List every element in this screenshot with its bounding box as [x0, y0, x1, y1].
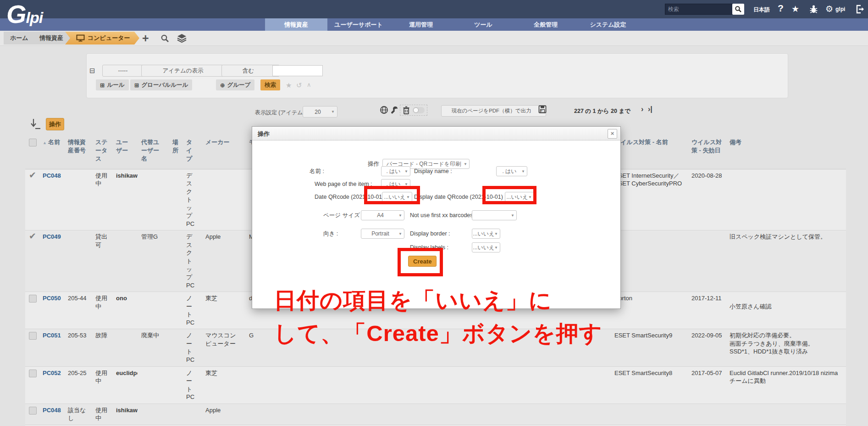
paper-size-select[interactable]: A4▼: [361, 210, 404, 220]
select-all-checkbox[interactable]: [29, 139, 37, 146]
page-size-select[interactable]: 20▼: [303, 106, 337, 118]
breadcrumb-current-label: コンピューター: [88, 32, 130, 45]
filter-operator-select[interactable]: 含む▼: [221, 65, 280, 77]
trash-icon[interactable]: [403, 106, 410, 114]
filter-item-select[interactable]: アイテムの表示▼: [141, 65, 229, 77]
column-header-av_name[interactable]: ウイルス対策 - 名前: [611, 135, 688, 169]
logout-icon[interactable]: [855, 4, 865, 14]
chevron-down-icon: ▼: [398, 232, 402, 236]
column-header-user[interactable]: ユーザー: [112, 135, 138, 169]
display-border-select[interactable]: ...いいえ▼: [472, 229, 500, 239]
cell-asset_no: 205-44: [64, 292, 92, 329]
name-select[interactable]: . はい▼: [381, 166, 410, 176]
computer-link[interactable]: PC048: [43, 172, 61, 179]
cell-asset_no: [64, 169, 92, 230]
fold-icon[interactable]: ∧: [307, 81, 311, 88]
column-header-av_expire[interactable]: ウイルス対策 - 失効日: [688, 135, 726, 169]
orientation-select[interactable]: Portrait▼: [361, 229, 404, 239]
computer-link[interactable]: PC049: [43, 233, 61, 240]
deleted-items-toggle[interactable]: [413, 107, 425, 113]
tab-5[interactable]: 全般管理: [514, 18, 577, 31]
computer-link[interactable]: PC050: [43, 295, 61, 302]
row-checkbox[interactable]: [29, 295, 37, 303]
row-selected-check[interactable]: ✔: [29, 170, 36, 180]
not-use-barcodes-select[interactable]: ▼: [472, 210, 517, 220]
add-item-icon[interactable]: +: [142, 32, 149, 45]
tab-1[interactable]: 情報資産: [265, 18, 327, 31]
search-button[interactable]: 検索: [260, 79, 280, 90]
breadcrumb-computers[interactable]: コンピューター: [65, 32, 139, 45]
next-page-icon[interactable]: ›: [641, 105, 643, 113]
rule-button[interactable]: ⊞ルール: [96, 79, 129, 90]
breadcrumb-assets[interactable]: 情報資産: [28, 32, 72, 45]
group-button[interactable]: ⊕グループ: [216, 79, 254, 90]
gear-icon[interactable]: ⚙: [825, 4, 833, 14]
chevron-down-icon: ▼: [511, 213, 514, 218]
cell-maker: Apple: [202, 230, 245, 292]
language-selector[interactable]: 日本語: [753, 6, 770, 14]
column-header-name[interactable]: ▲名前: [39, 135, 64, 169]
pdf-export-select[interactable]: 現在のページをPDF（横）で出力▼: [441, 105, 546, 117]
cell-spacer: [381, 366, 611, 404]
display-labels-select[interactable]: ...いいえ▼: [472, 242, 500, 252]
row-checkbox[interactable]: [29, 407, 37, 415]
cell-user: euclidpc: [112, 366, 138, 404]
row-checkbox[interactable]: [29, 370, 37, 377]
collapse-icon[interactable]: ⊟: [89, 67, 95, 75]
cell-sel: ✔: [25, 230, 39, 292]
cell-location: [169, 404, 182, 425]
pagination-range: 227 の 1 から 20 まで: [574, 107, 630, 115]
wrench-icon[interactable]: [391, 106, 399, 114]
column-header-maker[interactable]: メーカー: [202, 135, 245, 169]
reset-icon[interactable]: ↺: [296, 81, 302, 90]
tab-4[interactable]: ツール: [452, 18, 514, 31]
massive-action-button[interactable]: 操作: [46, 118, 64, 130]
help-icon[interactable]: ?: [778, 3, 784, 14]
cell-memo: Euclid GitlabCI runner.2019/10/18 nizima…: [726, 366, 846, 404]
cell-maker: [202, 169, 245, 230]
bug-report-icon[interactable]: [809, 4, 818, 14]
tab-2[interactable]: ユーザーサポート: [327, 18, 390, 31]
favorite-icon[interactable]: ★: [286, 81, 292, 90]
glpi-logo[interactable]: Glpi: [6, 0, 43, 29]
globe-icon[interactable]: [380, 106, 388, 114]
layers-icon[interactable]: [177, 34, 187, 43]
filter-value-input[interactable]: [272, 65, 323, 76]
modal-header[interactable]: 操作 ×: [252, 127, 620, 140]
row-checkbox[interactable]: [29, 332, 37, 340]
computer-link[interactable]: PC052: [43, 370, 61, 376]
column-header-asset_no[interactable]: 情報資産番号: [64, 135, 92, 169]
orientation-label: 向き :: [323, 229, 338, 239]
close-icon[interactable]: ×: [608, 129, 617, 139]
display-name-select[interactable]: . はい▼: [496, 166, 527, 176]
save-icon[interactable]: [538, 105, 547, 113]
column-header-status[interactable]: ステータス: [92, 135, 112, 169]
cell-sel: ✔: [25, 169, 39, 230]
annotation-line2: して、「Create」ボタンを押す: [274, 317, 603, 350]
computer-link[interactable]: PC048: [43, 407, 61, 414]
glpi-page: 日本語 ? ★ ⚙ glpi Glpi 情報資産ユーザーサポート運用管理ツール全…: [0, 0, 868, 426]
computer-link[interactable]: PC051: [43, 332, 61, 339]
row-selected-check[interactable]: ✔: [29, 231, 36, 241]
bookmark-star-icon[interactable]: ★: [791, 4, 799, 14]
cell-spacer: [381, 404, 611, 425]
column-header-alt_user[interactable]: 代替ユーザー名: [138, 135, 169, 169]
tab-6[interactable]: システム設定: [577, 18, 639, 31]
column-header-sel[interactable]: [25, 135, 39, 169]
chevron-down-icon: ▼: [464, 162, 467, 166]
user-menu[interactable]: glpi: [835, 6, 845, 12]
cell-maker: Apple: [202, 404, 245, 425]
global-search-button[interactable]: [732, 4, 744, 15]
tab-3[interactable]: 運用管理: [390, 18, 452, 31]
table-row: PC048該当なし使用中ishikawaApple: [25, 404, 846, 425]
global-rule-button[interactable]: ⊞グローバルルール: [130, 79, 192, 90]
search-icon[interactable]: [160, 34, 169, 43]
last-page-icon[interactable]: ›|: [648, 105, 652, 113]
cell-av_expire: [688, 404, 726, 425]
column-header-location[interactable]: 場所: [169, 135, 182, 169]
global-search-input[interactable]: [665, 4, 735, 15]
column-header-memo[interactable]: 備考: [726, 135, 846, 169]
chevron-down-icon: ▼: [331, 110, 335, 114]
sort-direction-icon[interactable]: [29, 118, 41, 130]
column-header-type[interactable]: タイプ: [182, 135, 202, 169]
